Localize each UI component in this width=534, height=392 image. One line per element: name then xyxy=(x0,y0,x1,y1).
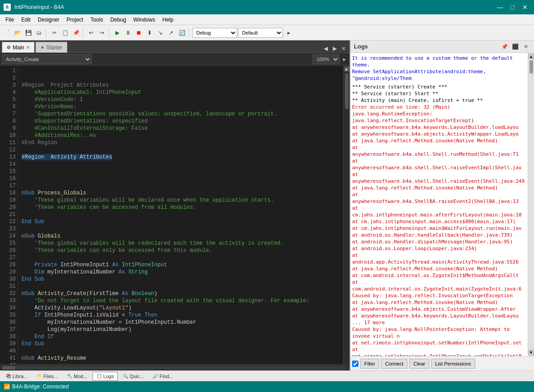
line-number: 6 xyxy=(0,103,16,110)
tab-logs[interactable]: 📋 Logs xyxy=(93,372,118,381)
step-into-button[interactable]: ↘ xyxy=(155,28,165,38)
code-line: Dim myInternationalNumber As String xyxy=(22,269,340,276)
logs-scroll-down[interactable]: ▼ xyxy=(529,350,534,355)
filter-button[interactable]: Filter xyxy=(360,359,379,369)
menu-edit[interactable]: Edit xyxy=(18,16,34,24)
app-icon: B xyxy=(4,4,11,11)
code-line xyxy=(22,175,340,182)
hscroll-thumb[interactable] xyxy=(2,366,15,370)
menu-debug[interactable]: Debug xyxy=(106,16,129,24)
zoom-select[interactable]: 100% xyxy=(313,54,340,64)
function-select[interactable]: Activity_Create xyxy=(2,54,92,64)
scroll-up-button[interactable]: ▲ xyxy=(344,66,349,71)
line-number: 11 xyxy=(0,139,16,146)
debug-dropdown[interactable]: Debug xyxy=(192,28,237,38)
save-button[interactable]: 💾 xyxy=(23,28,33,38)
line-number: 36 xyxy=(0,319,16,326)
menu-windows[interactable]: Windows xyxy=(130,16,159,24)
tab-menu-button[interactable]: ✕ xyxy=(340,44,348,53)
maximize-button[interactable]: □ xyxy=(507,3,518,12)
cut-button[interactable]: ✂ xyxy=(49,28,59,38)
pause-button[interactable]: ⏸ xyxy=(123,28,133,38)
code-line: ⊟Sub Activity_Create(FirstTime As Boolea… xyxy=(22,290,340,297)
restart-button[interactable]: 🔄 xyxy=(177,28,187,38)
copy-button[interactable]: 📋 xyxy=(60,28,70,38)
code-line: #VersionName: xyxy=(22,103,340,110)
logs-pin-button[interactable]: 📌 xyxy=(500,42,509,51)
menu-project[interactable]: Project xyxy=(63,16,87,24)
log-entry: Caused by: java.lang.NullPointerExceptio… xyxy=(352,326,526,339)
new-button[interactable]: 📄 xyxy=(2,28,12,38)
status-text: B4A-Bridge: Connected xyxy=(12,383,69,390)
quick-icon: 🔍 xyxy=(123,374,128,379)
main-tab-label: Main xyxy=(13,44,24,51)
logs-scrollbar-v[interactable]: ▲ ▼ xyxy=(528,53,534,356)
tab-find[interactable]: 🔎 Find... xyxy=(149,372,177,381)
menu-tools[interactable]: Tools xyxy=(87,16,106,24)
line-number: 21 xyxy=(0,211,16,218)
line-number: 37 xyxy=(0,326,16,333)
line-number: 15 xyxy=(0,168,16,175)
logs-content[interactable]: It is recommended to use a custom theme … xyxy=(350,53,528,356)
tab-main[interactable]: ⚙ Main ✕ xyxy=(2,42,35,53)
logs-close-button[interactable]: ✕ xyxy=(521,42,530,51)
logs-scroll-thumb[interactable] xyxy=(530,60,533,74)
redo-button[interactable]: ↪ xyxy=(97,28,107,38)
log-entry: at com.android.internal.os.ZygoteInit.ma… xyxy=(352,279,526,292)
tab-libraries[interactable]: 📚 Libra... xyxy=(2,372,32,381)
minimize-button[interactable]: — xyxy=(494,3,505,12)
step-over-button[interactable]: ⬇ xyxy=(145,28,154,38)
logs-float-button[interactable]: ⬛ xyxy=(511,42,520,51)
tab-prev-button[interactable]: ◀ xyxy=(322,44,330,53)
connect-button[interactable]: Connect xyxy=(381,359,407,369)
statusbar: 📶 B4A-Bridge: Connected xyxy=(0,381,534,392)
main-tab-close[interactable]: ✕ xyxy=(26,45,30,50)
menu-help[interactable]: Help xyxy=(159,16,177,24)
tab-modules[interactable]: 🔧 Mod... xyxy=(63,372,92,381)
tab-next-button[interactable]: ▶ xyxy=(331,44,339,53)
undo-button[interactable]: ↩ xyxy=(86,28,96,38)
sep3 xyxy=(109,28,110,38)
close-button[interactable]: ✕ xyxy=(520,3,530,12)
log-entry: at java.lang.reflect.Method.invoke(Nativ… xyxy=(352,137,526,144)
log-entry: at cm.jahs.intlphoneinput.main$WaitForLa… xyxy=(352,225,526,232)
scroll-thumb[interactable] xyxy=(345,73,349,109)
code-line: #SupportedOrientations: unspecified xyxy=(22,118,340,125)
permissions-button[interactable]: List Permissions xyxy=(431,359,475,369)
logs-text: It is recommended to use a custom theme … xyxy=(350,53,528,356)
config-dropdown[interactable]: Default xyxy=(238,28,283,38)
code-line: Private Int1PhoneInput1 As Int1PhoneInpu… xyxy=(22,261,340,269)
menu-designer[interactable]: Designer xyxy=(34,16,63,24)
hscroll-track xyxy=(2,366,348,370)
zoom-adjust-button[interactable]: ▸ xyxy=(341,55,348,63)
log-entry: Error occurred on line: 32 (Main) xyxy=(352,104,526,110)
tab-starter[interactable]: ★ Starter xyxy=(35,42,67,53)
line-number: 19 xyxy=(0,197,16,204)
tab-files[interactable]: 📁 Files... xyxy=(33,372,62,381)
clear-button[interactable]: Clear xyxy=(409,359,429,369)
code-line: #End Region xyxy=(22,139,340,146)
project-button[interactable]: 🗂 xyxy=(34,28,44,38)
paste-button[interactable]: 📌 xyxy=(71,28,81,38)
line-number: 30 xyxy=(0,276,16,283)
menu-file[interactable]: File xyxy=(2,16,18,24)
code-content[interactable]: #Region Project Attributes #ApplicationL… xyxy=(18,66,343,364)
tab-quick[interactable]: 🔍 Quic... xyxy=(119,372,148,381)
editor-hscrollbar[interactable] xyxy=(0,364,349,370)
editor-scrollbar-v[interactable]: ▲ xyxy=(343,66,349,364)
filter-checkbox[interactable] xyxy=(352,361,358,367)
stop-button[interactable]: ⏹ xyxy=(134,28,144,38)
code-line: ⊟Sub Activity_Resume xyxy=(22,355,340,362)
code-line xyxy=(22,182,340,189)
tab-navigation: ◀ ▶ ✕ xyxy=(322,44,348,53)
log-entry: at cm.jahs.intlphoneinput.main.access$00… xyxy=(352,218,526,225)
code-line: If Int1PhoneInput1.isValid = True Then xyxy=(22,312,340,319)
line-number: 34 xyxy=(0,304,16,312)
code-line: myInternationalNumber = Int1PhoneInput1.… xyxy=(22,319,340,326)
line-number: 13 xyxy=(0,154,16,161)
open-button[interactable]: 📂 xyxy=(13,28,22,38)
more-button[interactable]: ▸ xyxy=(284,28,294,38)
run-button[interactable]: ▶ xyxy=(112,28,122,38)
step-out-button[interactable]: ↗ xyxy=(166,28,176,38)
logs-scroll-up[interactable]: ▲ xyxy=(529,54,534,59)
